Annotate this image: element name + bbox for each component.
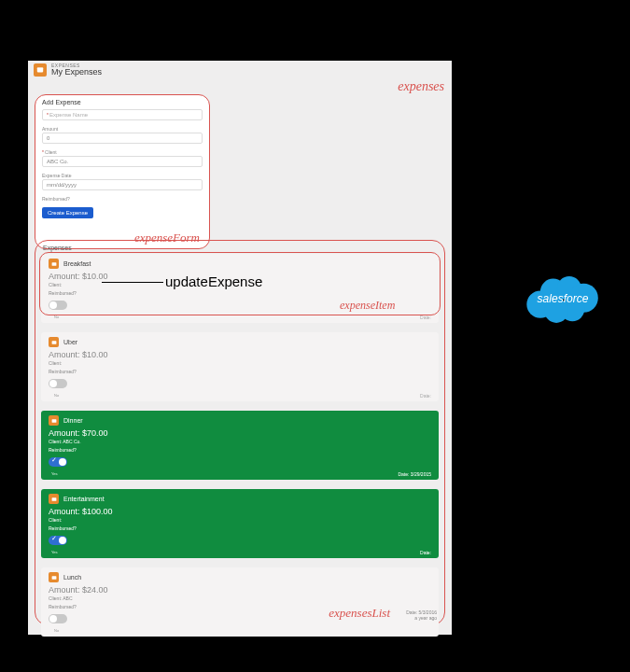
expense-card: Entertainment Amount: $100.00 Client: Re… bbox=[41, 489, 439, 558]
reimbursed-toggle[interactable] bbox=[49, 536, 67, 545]
form-title: Add Expense bbox=[42, 99, 203, 105]
expense-client: Client: bbox=[49, 517, 431, 523]
create-expense-button[interactable]: Create Expense bbox=[42, 207, 93, 218]
svg-rect-3 bbox=[51, 341, 56, 344]
expense-client: Client: bbox=[49, 360, 431, 366]
annotation-expenses: expenses bbox=[398, 79, 444, 94]
update-expense-connector bbox=[102, 282, 163, 283]
expense-name-input[interactable]: *Expense Name bbox=[42, 109, 203, 120]
expense-name: Entertainment bbox=[63, 496, 105, 502]
annotation-expenses-list: expensesList bbox=[329, 606, 390, 621]
date-label: Expense Date bbox=[42, 173, 203, 178]
expense-card: Uber Amount: $10.00 Client: Reimbursed? … bbox=[41, 332, 439, 401]
expense-date: Date: 3/29/2015 bbox=[398, 471, 431, 477]
reimbursed-toggle[interactable] bbox=[49, 614, 67, 623]
annotation-expense-item: expenseItem bbox=[340, 299, 395, 313]
toggle-sublabel: Yes bbox=[51, 550, 431, 554]
list-title: Expenses bbox=[43, 245, 439, 251]
header-title: My Expenses bbox=[51, 68, 102, 77]
expense-icon bbox=[49, 415, 59, 426]
expense-amount: Amount: $24.00 bbox=[49, 585, 431, 595]
list-footer-date: Date: 5/3/2016 a year ago bbox=[406, 609, 437, 621]
annotation-update-expense: updateExpense bbox=[165, 273, 262, 289]
expense-name: Breakfast bbox=[63, 260, 91, 267]
app-screenshot: EXPENSES My Expenses expenses Add Expens… bbox=[28, 61, 452, 635]
amount-label: Amount bbox=[42, 126, 203, 132]
expense-date: Date: bbox=[420, 315, 431, 320]
expense-date: Date: bbox=[420, 550, 431, 555]
expenses-connector bbox=[453, 87, 484, 88]
expense-name: Dinner bbox=[63, 417, 83, 424]
toggle-sublabel: No bbox=[54, 315, 431, 319]
expense-icon bbox=[49, 494, 59, 504]
reimbursed-toggle[interactable] bbox=[49, 457, 67, 467]
expense-icon bbox=[49, 259, 59, 269]
svg-rect-1 bbox=[37, 68, 43, 69]
expense-icon bbox=[49, 572, 59, 582]
svg-rect-5 bbox=[51, 497, 56, 501]
reimbursed-toggle[interactable] bbox=[49, 301, 67, 310]
app-header: EXPENSES My Expenses bbox=[28, 61, 452, 78]
svg-rect-4 bbox=[51, 419, 56, 423]
toggle-sublabel: No bbox=[54, 628, 431, 633]
expenses-list-outline: Expenses Breakfast Amount: $10.00 Client… bbox=[35, 240, 445, 625]
expenses-app-icon bbox=[34, 63, 47, 77]
expense-amount: Amount: $70.00 bbox=[49, 428, 431, 438]
reimbursed-label: Reimbursed? bbox=[49, 369, 431, 374]
toggle-sublabel: Yes bbox=[51, 471, 431, 476]
expense-icon bbox=[49, 337, 59, 347]
salesforce-logo: salesforce bbox=[523, 271, 603, 327]
svg-rect-2 bbox=[51, 262, 56, 266]
expense-name: Lunch bbox=[63, 574, 81, 581]
salesforce-text: salesforce bbox=[538, 292, 589, 305]
reimbursed-toggle[interactable] bbox=[49, 379, 67, 388]
expense-date: Date: bbox=[420, 393, 431, 399]
expense-client: Client: ABC Co. bbox=[49, 439, 431, 444]
svg-rect-6 bbox=[51, 576, 56, 580]
expense-card: Lunch Amount: $24.00 Client: ABC Reimbur… bbox=[41, 567, 439, 637]
reimbursed-label: Reimbursed? bbox=[49, 525, 431, 531]
date-input[interactable]: mm/dd/yyyy bbox=[42, 179, 203, 190]
client-input[interactable]: ABC Co. bbox=[42, 156, 203, 167]
expense-name: Uber bbox=[63, 339, 77, 345]
expense-amount: Amount: $100.00 bbox=[49, 507, 431, 516]
reimbursed-label: Reimbursed? bbox=[49, 290, 431, 296]
reimbursed-label: Reimbursed? bbox=[42, 196, 203, 202]
reimbursed-label: Reimbursed? bbox=[49, 447, 431, 453]
expense-form-outline: Add Expense *Expense Name Amount 0 *Clie… bbox=[35, 94, 210, 249]
expense-client: Client: ABC bbox=[49, 595, 431, 601]
toggle-sublabel: No bbox=[54, 393, 431, 398]
amount-input[interactable]: 0 bbox=[42, 133, 203, 144]
client-label: Client bbox=[45, 149, 57, 155]
expense-amount: Amount: $10.00 bbox=[49, 350, 431, 359]
expense-card: Dinner Amount: $70.00 Client: ABC Co. Re… bbox=[41, 411, 439, 480]
